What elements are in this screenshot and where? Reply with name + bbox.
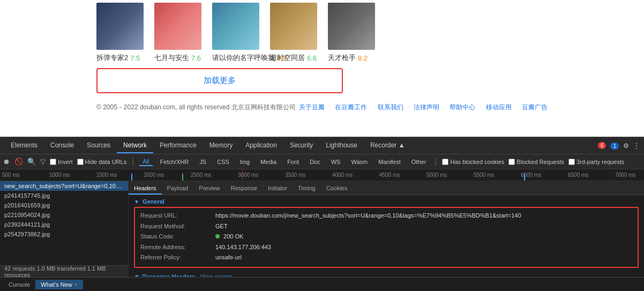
file-list-item[interactable]: p2016401659.jpg (0, 200, 128, 210)
filter-type-button[interactable]: Fetch/XHR (157, 158, 192, 166)
movie-poster (328, 3, 375, 50)
devtools-tab[interactable]: Application (239, 138, 283, 153)
footer-link[interactable]: 在豆瓣工作 (335, 103, 367, 112)
response-headers-text: Response Headers (142, 272, 195, 277)
movie-item: 天才枪手 8.2 (328, 3, 376, 63)
separator2: | (435, 157, 437, 167)
blocked-cookies-checkbox[interactable] (442, 159, 448, 165)
blocked-requests-checkbox[interactable] (508, 159, 515, 165)
details-tab[interactable]: Payload (162, 183, 194, 195)
filter-type-button[interactable]: Manifest (375, 158, 404, 166)
timeline-area: 500 ms1000 ms1500 ms2000 ms2500 ms3000 m… (0, 169, 644, 181)
webpage-area: 拆弹专家2 7.5 七月与安生 7.6 请以你的名字呼唤我 8.9 超时空同居 … (0, 0, 644, 137)
referrer-policy-row: Referrer Policy: unsafe-url (140, 253, 632, 262)
third-party-checkbox[interactable] (568, 159, 575, 165)
record-icon[interactable]: ⏺ (3, 158, 10, 166)
response-headers-label[interactable]: ▼ Response Headers (134, 272, 195, 277)
invert-label: Invert (58, 159, 73, 165)
file-list-item[interactable]: p2414157745.jpg (0, 191, 128, 200)
blocked-cookies-label[interactable]: Has blocked cookies (442, 159, 504, 165)
details-tab[interactable]: Timing (293, 183, 321, 195)
load-more-button[interactable]: 加载更多 (204, 76, 236, 86)
file-list-item[interactable]: p2542973862.jpg (0, 229, 128, 239)
details-tab[interactable]: Response (225, 183, 263, 195)
footer-link[interactable]: 豆瓣广告 (522, 103, 548, 112)
poster-inner (270, 3, 317, 50)
bottom-tab[interactable]: What's New× (35, 280, 83, 289)
separator: | (132, 157, 134, 167)
details-tab[interactable]: Initiator (263, 183, 293, 195)
invert-checkbox-label[interactable]: Invert (50, 159, 73, 165)
movie-poster (270, 3, 317, 50)
bottom-bar: ConsoleWhat's New× (0, 277, 644, 291)
movie-poster (212, 3, 259, 50)
movie-title-row: 拆弹专家2 7.5 (96, 53, 140, 63)
bottom-tab[interactable]: Console (3, 280, 35, 289)
stats-bar: 42 requests 1.0 MB transferred 1.1 MB re… (0, 265, 129, 277)
devtools-tab[interactable]: Elements (4, 138, 44, 153)
hide-data-urls-checkbox[interactable] (77, 159, 84, 165)
blocked-requests-label[interactable]: Blocked Requests (508, 159, 564, 165)
file-list: new_search_subjects?sort=U&range=0,10&ta… (0, 181, 129, 277)
copyright: © 2005－2022 douban.com, all rights reser… (96, 103, 296, 112)
movie-title: 拆弹专家2 (96, 53, 128, 63)
footer-separator: · (408, 103, 409, 112)
search-icon[interactable]: 🔍 (27, 158, 36, 166)
request-url-value: https://movie.douban.com/j/new_search_su… (215, 211, 521, 220)
devtools-tab[interactable]: Console (44, 138, 80, 153)
file-list-item[interactable]: p2210954024.jpg (0, 210, 128, 220)
filter-type-button[interactable]: Wasm (348, 158, 371, 166)
filter-type-button[interactable]: Other (408, 158, 430, 166)
request-url-label: Request URL: (140, 211, 215, 220)
file-list-item[interactable]: new_search_subjects?sort=U&range=0,10&ta… (0, 181, 128, 191)
filter-type-button[interactable]: Img (237, 158, 253, 166)
details-tabs: HeadersPayloadPreviewResponseInitiatorTi… (129, 181, 644, 195)
request-method-row: Request Method: GET (140, 222, 632, 231)
devtools-tab[interactable]: Network (117, 138, 153, 153)
console-count-badge: 1 (610, 143, 619, 150)
movie-title-row: 七月与安生 7.6 (154, 53, 201, 63)
devtools-tab[interactable]: Security (283, 138, 319, 153)
file-list-item[interactable]: p2392444121.jpg (0, 220, 128, 229)
filter-type-button[interactable]: CSS (214, 158, 233, 166)
filter-type-button[interactable]: All (139, 158, 152, 166)
movie-item: 超时空同居 6.6 (270, 3, 318, 63)
status-code-value: 200 OK (215, 232, 243, 241)
filter-type-button[interactable]: WS (328, 158, 344, 166)
filter-type-button[interactable]: Media (257, 158, 280, 166)
devtools-tab[interactable]: Memory (203, 138, 239, 153)
filter-type-button[interactable]: JS (196, 158, 209, 166)
footer-link[interactable]: 联系我们 (378, 103, 403, 112)
hide-data-urls-label[interactable]: Hide data URLs (77, 159, 127, 165)
invert-checkbox[interactable] (50, 159, 56, 165)
footer-links: 关于豆瓣·在豆瓣工作·联系我们·法律声明·帮助中心·移动应用·豆瓣广告 (299, 103, 548, 112)
details-tab[interactable]: Preview (193, 183, 225, 195)
devtools: ElementsConsoleSourcesNetworkPerformance… (0, 137, 644, 291)
movie-title: 超时空同居 (270, 53, 305, 63)
filter-icon[interactable]: ▽ (40, 158, 46, 166)
more-options-icon[interactable]: ⋮ (633, 142, 640, 150)
devtools-tab[interactable]: Sources (80, 138, 117, 153)
footer-link[interactable]: 帮助中心 (450, 103, 475, 112)
footer-link[interactable]: 移动应用 (486, 103, 512, 112)
general-section-header[interactable]: ▼ General (134, 198, 639, 205)
footer-link[interactable]: 关于豆瓣 (299, 103, 325, 112)
filter-type-button[interactable]: Doc (306, 158, 324, 166)
clear-icon[interactable]: 🚫 (14, 158, 23, 166)
poster-inner (154, 3, 201, 50)
view-source-link[interactable]: View source (200, 272, 233, 277)
filter-type-button[interactable]: Font (284, 158, 302, 166)
devtools-tab[interactable]: Lighthouse (319, 138, 364, 153)
settings-icon[interactable]: ⚙ (623, 142, 629, 150)
movie-item: 拆弹专家2 7.5 (96, 3, 145, 63)
footer-link[interactable]: 法律声明 (414, 103, 439, 112)
devtools-tab[interactable]: Recorder ▲ (364, 138, 411, 153)
details-tab[interactable]: Cookies (321, 183, 353, 195)
devtools-tabbar: ElementsConsoleSourcesNetworkPerformance… (0, 137, 644, 154)
third-party-label[interactable]: 3rd-party requests (568, 159, 624, 165)
referrer-policy-value: unsafe-url (215, 253, 242, 262)
details-tab[interactable]: Headers (129, 183, 162, 195)
poster-inner (328, 3, 375, 50)
tab-close-button[interactable]: × (74, 281, 78, 288)
devtools-tab[interactable]: Performance (153, 138, 203, 153)
